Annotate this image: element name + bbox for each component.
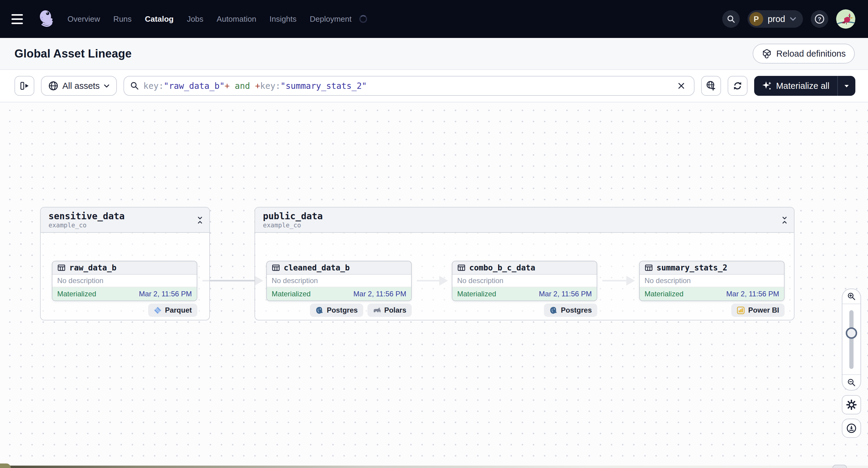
nav-item-deployment[interactable]: Deployment: [310, 14, 351, 24]
asset-node-cleaned_data_b[interactable]: cleaned_data_b No description Materializ…: [266, 261, 412, 301]
lineage-toolbar: All assets key:"raw_data_b"+ and +key:"s…: [0, 70, 868, 102]
collapse-group-button[interactable]: [197, 217, 203, 224]
asset-status-row: Materialized Mar 2, 11:56 PM: [640, 287, 784, 301]
cardinal-avatar-icon: [836, 9, 855, 29]
zoom-slider-track[interactable]: [849, 310, 854, 369]
page-title: Global Asset Lineage: [14, 47, 132, 60]
materialize-all-label: Materialize all: [776, 81, 830, 91]
deployment-switcher[interactable]: P prod: [747, 10, 803, 28]
zoom-slider-thumb[interactable]: [846, 327, 857, 339]
kind-tag-postgres[interactable]: Postgres: [544, 304, 597, 317]
clear-search-button[interactable]: [675, 79, 688, 92]
postgres-icon: [315, 306, 323, 314]
kind-tag-powerbi[interactable]: Power BI: [731, 304, 784, 317]
top-nav: Overview Runs Catalog Jobs Automation In…: [0, 0, 868, 38]
asset-status-row: Materialized Mar 2, 11:56 PM: [267, 287, 411, 301]
asset-search-input[interactable]: key:"raw_data_b"+ and +key:"summary_stat…: [123, 76, 694, 96]
desktop-edge: [0, 466, 868, 468]
zoom-panel: [842, 288, 861, 391]
asset-scope-label: All assets: [62, 81, 100, 91]
desktop-corner-right: [833, 465, 847, 468]
nav-item-runs[interactable]: Runs: [113, 14, 132, 24]
toggle-sidebar-button[interactable]: [14, 76, 34, 96]
materialization-timestamp: Mar 2, 11:56 PM: [726, 290, 779, 298]
user-avatar[interactable]: [836, 9, 855, 29]
polars-icon: [373, 306, 381, 314]
tag-label: Polars: [384, 306, 406, 314]
materialization-timestamp: Mar 2, 11:56 PM: [139, 290, 192, 298]
status-badge: Materialized: [457, 290, 496, 298]
zoom-in-icon: [847, 292, 856, 301]
asset-tags-combo_b_c_data: Postgres: [452, 304, 597, 317]
close-icon: [677, 82, 685, 90]
zoom-out-button[interactable]: [842, 374, 861, 390]
caret-down-icon: [844, 84, 849, 88]
group-name: public_data: [263, 211, 787, 221]
refresh-layout-button[interactable]: [727, 76, 747, 96]
group-header: public_data example_co: [255, 208, 794, 233]
asset-node-combo_b_c_data[interactable]: combo_b_c_data No description Materializ…: [452, 261, 597, 301]
status-badge: Materialized: [272, 290, 311, 298]
asset-name: summary_stats_2: [657, 263, 727, 272]
materialization-timestamp: Mar 2, 11:56 PM: [353, 290, 406, 298]
hamburger-menu-icon[interactable]: [11, 9, 31, 29]
table-icon: [272, 263, 280, 272]
zoom-in-button[interactable]: [842, 289, 861, 304]
table-icon: [457, 263, 466, 272]
nav-item-jobs[interactable]: Jobs: [187, 14, 203, 24]
gear-icon: [846, 400, 857, 410]
graph-settings-button[interactable]: [842, 395, 861, 414]
table-icon: [645, 263, 653, 272]
dagster-logo[interactable]: [36, 9, 56, 29]
deployment-avatar: P: [749, 12, 763, 26]
asset-tags-cleaned_data_b: Postgres Polars: [266, 304, 412, 317]
asset-tags-raw_data_b: Parquet: [52, 304, 197, 317]
materialize-all-split-button: Materialize all: [754, 76, 855, 96]
tag-label: Parquet: [165, 306, 192, 314]
nav-item-automation[interactable]: Automation: [217, 14, 256, 24]
help-button[interactable]: ?: [811, 10, 828, 28]
sparkle-icon: [762, 81, 772, 91]
help-icon: ?: [814, 13, 825, 24]
materialize-all-button[interactable]: Materialize all: [754, 76, 837, 96]
asset-status-row: Materialized Mar 2, 11:56 PM: [453, 287, 597, 301]
group-location: example_co: [263, 221, 787, 229]
kind-tag-parquet[interactable]: Parquet: [148, 304, 197, 317]
asset-node-summary_stats_2[interactable]: summary_stats_2 No description Materiali…: [639, 261, 784, 301]
tag-label: Postgres: [327, 306, 358, 314]
download-image-button[interactable]: [842, 418, 861, 438]
asset-scope-dropdown[interactable]: All assets: [41, 76, 117, 96]
open-in-catalog-button[interactable]: [701, 76, 721, 96]
asset-description: No description: [267, 275, 411, 287]
asset-selection-query: key:"raw_data_b"+ and +key:"summary_stat…: [143, 81, 367, 91]
asset-description: No description: [53, 275, 197, 287]
asset-name: cleaned_data_b: [284, 263, 350, 272]
nav-item-insights[interactable]: Insights: [270, 14, 297, 24]
collapse-group-button[interactable]: [781, 217, 788, 224]
materialize-options-button[interactable]: [838, 76, 855, 96]
search-button[interactable]: [722, 10, 740, 28]
kind-tag-postgres[interactable]: Postgres: [310, 304, 363, 317]
kind-tag-polars[interactable]: Polars: [367, 304, 412, 317]
deployment-name: prod: [768, 14, 785, 24]
reload-definitions-button[interactable]: Reload definitions: [753, 44, 855, 64]
asset-description: No description: [453, 275, 597, 287]
globe-plus-icon: [706, 81, 716, 91]
magnifier-icon: [130, 81, 139, 90]
parquet-icon: [154, 306, 162, 314]
reload-definitions-icon: [762, 49, 772, 59]
panel-expand-icon: [20, 81, 29, 91]
zoom-slider[interactable]: [842, 304, 861, 374]
powerbi-icon: [737, 306, 745, 314]
collapse-group-icon: [197, 217, 203, 224]
asset-tags-summary_stats_2: Power BI: [639, 304, 784, 317]
tag-label: Power BI: [748, 306, 779, 314]
reload-definitions-label: Reload definitions: [776, 49, 846, 59]
asset-node-raw_data_b[interactable]: raw_data_b No description Materialized M…: [52, 261, 197, 301]
nav-item-overview[interactable]: Overview: [67, 14, 100, 24]
svg-text:?: ?: [818, 16, 821, 22]
lineage-canvas[interactable]: sensitive_data example_co public_data ex…: [0, 102, 868, 468]
asset-name: raw_data_b: [69, 263, 117, 272]
tag-label: Postgres: [561, 306, 592, 314]
nav-item-catalog[interactable]: Catalog: [145, 14, 174, 24]
